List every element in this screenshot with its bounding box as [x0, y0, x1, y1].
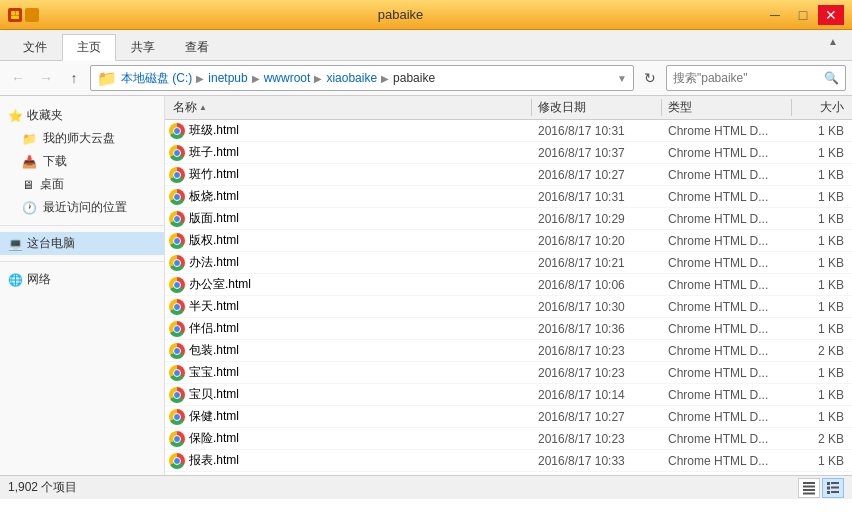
sidebar-item-desktop[interactable]: 🖥 桌面: [0, 173, 164, 196]
table-row[interactable]: 半天.html 2016/8/17 10:30 Chrome HTML D...…: [165, 296, 852, 318]
title-bar-title: pabaike: [39, 7, 762, 22]
sidebar-item-recent[interactable]: 🕐 最近访问的位置: [0, 196, 164, 219]
minimize-button[interactable]: ─: [762, 5, 788, 25]
up-button[interactable]: ↑: [62, 66, 86, 90]
table-row[interactable]: 保健.html 2016/8/17 10:27 Chrome HTML D...…: [165, 406, 852, 428]
file-name: 版权.html: [189, 232, 239, 249]
maximize-button[interactable]: □: [790, 5, 816, 25]
table-row[interactable]: 斑竹.html 2016/8/17 10:27 Chrome HTML D...…: [165, 164, 852, 186]
table-row[interactable]: 宝宝.html 2016/8/17 10:23 Chrome HTML D...…: [165, 362, 852, 384]
table-row[interactable]: 班子.html 2016/8/17 10:37 Chrome HTML D...…: [165, 142, 852, 164]
breadcrumb-current: pabaike: [393, 71, 435, 85]
view-list-button[interactable]: [798, 478, 820, 498]
table-row[interactable]: 版权.html 2016/8/17 10:20 Chrome HTML D...…: [165, 230, 852, 252]
col-header-size[interactable]: 大小: [792, 99, 852, 116]
file-type: Chrome HTML D...: [662, 344, 792, 358]
table-row[interactable]: 办法.html 2016/8/17 10:21 Chrome HTML D...…: [165, 252, 852, 274]
breadcrumb-drive[interactable]: 本地磁盘 (C:): [121, 70, 192, 87]
search-bar[interactable]: 🔍: [666, 65, 846, 91]
file-name: 办法.html: [189, 254, 239, 271]
main-layout: ⭐ 收藏夹 📁 我的师大云盘 📥 下载 🖥 桌面 🕐 最近访问的位置: [0, 96, 852, 475]
recent-label: 最近访问的位置: [43, 199, 127, 216]
col-header-type[interactable]: 类型: [662, 99, 792, 116]
view-buttons: [798, 478, 844, 498]
col-header-date[interactable]: 修改日期: [532, 99, 662, 116]
file-date: 2016/8/17 10:37: [532, 146, 662, 160]
table-row[interactable]: 报表.html 2016/8/17 10:33 Chrome HTML D...…: [165, 450, 852, 472]
ribbon: 文件 主页 共享 查看 ▲: [0, 30, 852, 61]
table-row[interactable]: 报道.html 2016/8/17 10:21 Chrome HTML D...…: [165, 472, 852, 475]
file-name: 版面.html: [189, 210, 239, 227]
table-row[interactable]: 班级.html 2016/8/17 10:31 Chrome HTML D...…: [165, 120, 852, 142]
search-input[interactable]: [673, 71, 824, 85]
sidebar-section-network: 🌐 网络: [0, 268, 164, 291]
forward-button[interactable]: →: [34, 66, 58, 90]
sidebar-divider-2: [0, 261, 164, 262]
file-type: Chrome HTML D...: [662, 278, 792, 292]
file-type: Chrome HTML D...: [662, 256, 792, 270]
breadcrumb-inetpub[interactable]: inetpub: [208, 71, 247, 85]
chrome-icon: [169, 211, 185, 227]
tab-file[interactable]: 文件: [8, 34, 62, 60]
chrome-icon: [169, 123, 185, 139]
tab-view[interactable]: 查看: [170, 34, 224, 60]
table-row[interactable]: 包装.html 2016/8/17 10:23 Chrome HTML D...…: [165, 340, 852, 362]
title-bar-left: [8, 8, 39, 22]
svg-rect-1: [16, 11, 20, 15]
table-row[interactable]: 保险.html 2016/8/17 10:23 Chrome HTML D...…: [165, 428, 852, 450]
file-type: Chrome HTML D...: [662, 432, 792, 446]
file-size: 1 KB: [792, 124, 852, 138]
file-date: 2016/8/17 10:23: [532, 344, 662, 358]
chrome-icon: [169, 167, 185, 183]
sidebar-item-cloud[interactable]: 📁 我的师大云盘: [0, 127, 164, 150]
tab-share[interactable]: 共享: [116, 34, 170, 60]
sidebar-item-downloads[interactable]: 📥 下载: [0, 150, 164, 173]
ribbon-expand-btn[interactable]: ▲: [822, 34, 844, 60]
file-name: 保健.html: [189, 408, 239, 425]
close-button[interactable]: ✕: [818, 5, 844, 25]
cloud-icon: 📁: [22, 132, 37, 146]
sidebar-header-favorites[interactable]: ⭐ 收藏夹: [0, 104, 164, 127]
search-icon[interactable]: 🔍: [824, 71, 839, 85]
breadcrumb-xiaobaike[interactable]: xiaobaike: [326, 71, 377, 85]
desktop-icon: 🖥: [22, 178, 34, 192]
svg-rect-6: [803, 492, 815, 494]
table-row[interactable]: 宝贝.html 2016/8/17 10:14 Chrome HTML D...…: [165, 384, 852, 406]
file-type: Chrome HTML D...: [662, 366, 792, 380]
breadcrumb-dropdown[interactable]: ▼: [617, 73, 627, 84]
chrome-icon: [169, 321, 185, 337]
sidebar-header-network[interactable]: 🌐 网络: [0, 268, 164, 291]
ribbon-tabs: 文件 主页 共享 查看 ▲: [0, 30, 852, 60]
svg-rect-10: [831, 486, 839, 488]
file-size: 2 KB: [792, 344, 852, 358]
view-details-button[interactable]: [822, 478, 844, 498]
sidebar: ⭐ 收藏夹 📁 我的师大云盘 📥 下载 🖥 桌面 🕐 最近访问的位置: [0, 96, 165, 475]
file-date: 2016/8/17 10:36: [532, 322, 662, 336]
file-date: 2016/8/17 10:23: [532, 432, 662, 446]
file-type: Chrome HTML D...: [662, 322, 792, 336]
chrome-icon: [169, 145, 185, 161]
table-row[interactable]: 伴侣.html 2016/8/17 10:36 Chrome HTML D...…: [165, 318, 852, 340]
file-size: 1 KB: [792, 168, 852, 182]
table-row[interactable]: 板烧.html 2016/8/17 10:31 Chrome HTML D...…: [165, 186, 852, 208]
chrome-icon: [169, 409, 185, 425]
file-type: Chrome HTML D...: [662, 234, 792, 248]
back-button[interactable]: ←: [6, 66, 30, 90]
sidebar-header-thispc[interactable]: 💻 这台电脑: [0, 232, 164, 255]
breadcrumb-folder-icon: 📁: [97, 69, 117, 88]
svg-rect-8: [831, 482, 839, 484]
table-row[interactable]: 版面.html 2016/8/17 10:29 Chrome HTML D...…: [165, 208, 852, 230]
file-date: 2016/8/17 10:30: [532, 300, 662, 314]
file-area: 名称 ▲ 修改日期 类型 大小 班级.html 2016/8/17 10:31 …: [165, 96, 852, 475]
chrome-icon: [169, 431, 185, 447]
table-row[interactable]: 办公室.html 2016/8/17 10:06 Chrome HTML D..…: [165, 274, 852, 296]
file-type: Chrome HTML D...: [662, 146, 792, 160]
col-header-name[interactable]: 名称 ▲: [165, 99, 532, 116]
thispc-icon: 💻: [8, 237, 23, 251]
file-date: 2016/8/17 10:31: [532, 124, 662, 138]
file-size: 1 KB: [792, 300, 852, 314]
breadcrumb-wwwroot[interactable]: wwwroot: [264, 71, 311, 85]
refresh-button[interactable]: ↻: [638, 66, 662, 90]
file-size: 2 KB: [792, 432, 852, 446]
tab-home[interactable]: 主页: [62, 34, 116, 61]
